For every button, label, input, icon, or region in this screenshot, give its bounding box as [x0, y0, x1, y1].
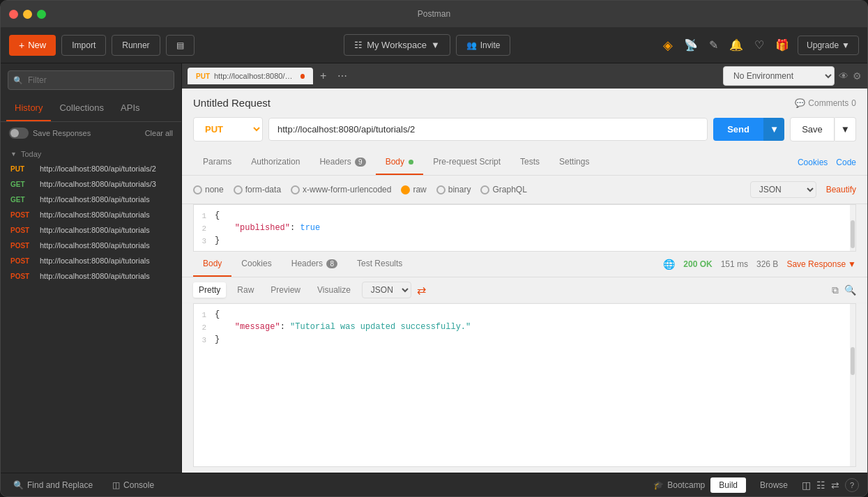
pencil-button[interactable]: ✎	[706, 36, 721, 54]
body-option-graphql[interactable]: GraphQL	[480, 185, 526, 194]
search-response-button[interactable]: 🔍	[844, 284, 856, 296]
response-tab-body[interactable]: Body	[193, 252, 231, 277]
build-button[interactable]: Build	[710, 477, 746, 493]
method-badge: POST	[10, 227, 34, 234]
console-button[interactable]: ◫ Console	[108, 477, 158, 493]
url-input[interactable]	[268, 118, 708, 141]
list-item[interactable]: GET http://localhost:8080/api/tutorials/…	[1, 176, 181, 192]
list-item[interactable]: GET http://localhost:8080/api/tutorials	[1, 192, 181, 207]
wrap-text-button[interactable]: ⇄	[417, 284, 426, 297]
body-option-binary[interactable]: binary	[436, 185, 471, 194]
active-request-tab[interactable]: PUT http://localhost:8080/api/tutor...	[188, 68, 313, 84]
environment-select[interactable]: No Environment	[723, 66, 835, 86]
upgrade-button[interactable]: Upgrade ▼	[798, 36, 859, 55]
copy-button[interactable]: ⧉	[832, 284, 839, 296]
maximize-button[interactable]	[37, 10, 46, 19]
bell-button[interactable]: 🔔	[726, 36, 746, 54]
save-responses-toggle[interactable]	[9, 128, 29, 139]
format-visualize-button[interactable]: Visualize	[312, 282, 356, 298]
history-group: ▼ Today PUT http://localhost:8080/api/tu…	[1, 144, 181, 286]
gift-button[interactable]: 🎁	[772, 36, 792, 54]
format-pretty-button[interactable]: Pretty	[193, 282, 226, 298]
help-button[interactable]: ?	[845, 478, 859, 492]
browse-button[interactable]: Browse	[752, 477, 796, 493]
radio-raw	[401, 185, 410, 194]
list-item[interactable]: POST http://localhost:8080/api/tutorials	[1, 253, 181, 268]
request-body-editor[interactable]: 1 { 2 "published": true 3 }	[193, 204, 856, 252]
beautify-button[interactable]: Beautify	[826, 185, 856, 194]
history-url: http://localhost:8080/api/tutorials	[40, 272, 150, 280]
env-preview-button[interactable]: 👁	[839, 70, 848, 82]
bottom-right: 🎓 Bootcamp Build Browse ◫ ☷ ⇄ ?	[653, 477, 859, 493]
list-item[interactable]: POST http://localhost:8080/api/tutorials	[1, 207, 181, 222]
tab-apis[interactable]: APIs	[112, 95, 148, 121]
response-tab-headers[interactable]: Headers 8	[282, 252, 347, 277]
close-button[interactable]	[9, 10, 18, 19]
layout-button-1[interactable]: ◫	[802, 480, 811, 491]
editor-scrollbar[interactable]	[850, 205, 855, 251]
tab-collections[interactable]: Collections	[51, 95, 112, 121]
send-dropdown-button[interactable]: ▼	[763, 118, 784, 141]
workspace-button[interactable]: ☷ My Workspace ▼	[344, 34, 450, 56]
scrollbar-thumb	[851, 347, 855, 375]
list-item[interactable]: POST http://localhost:8080/api/tutorials	[1, 238, 181, 253]
save-button[interactable]: Save	[790, 117, 835, 142]
tab-params[interactable]: Params	[193, 150, 241, 175]
comments-link[interactable]: 💬 Comments 0	[795, 98, 856, 108]
filter-input[interactable]	[8, 70, 174, 90]
more-tabs-button[interactable]: ⋯	[333, 69, 351, 83]
find-replace-button[interactable]: 🔍 Find and Replace	[9, 477, 97, 493]
method-badge: POST	[10, 242, 34, 250]
method-select[interactable]: PUT GET POST DELETE PATCH	[193, 117, 263, 142]
tab-prerequest[interactable]: Pre-request Script	[423, 150, 510, 175]
response-tab-cookies[interactable]: Cookies	[231, 252, 281, 277]
layout-button-2[interactable]: ☷	[816, 480, 825, 491]
workspace-label: My Workspace	[367, 40, 427, 50]
body-option-form-data[interactable]: form-data	[234, 185, 281, 194]
tab-body[interactable]: Body	[376, 150, 424, 175]
radio-urlencoded	[291, 185, 300, 194]
toggle-knob	[10, 129, 19, 137]
runner-button[interactable]: Runner	[112, 35, 160, 56]
clear-all-button[interactable]: Clear all	[145, 129, 173, 137]
list-item[interactable]: POST http://localhost:8080/api/tutorials	[1, 222, 181, 238]
code-link[interactable]: Code	[836, 158, 856, 167]
save-dropdown-button[interactable]: ▼	[835, 117, 856, 142]
tab-authorization[interactable]: Authorization	[241, 150, 310, 175]
list-item[interactable]: POST http://localhost:8080/api/tutorials	[1, 268, 181, 284]
new-button[interactable]: + New	[9, 35, 56, 56]
response-scrollbar[interactable]	[850, 304, 855, 466]
invite-button[interactable]: 👥 Invite	[456, 35, 511, 56]
grid-icon: ☷	[354, 40, 363, 50]
save-response-button[interactable]: Save Response ▼	[786, 259, 856, 269]
tab-history[interactable]: History	[6, 95, 51, 121]
layout-button-3[interactable]: ⇄	[831, 480, 839, 491]
request-title: Untitled Request	[193, 97, 271, 109]
comments-count: 0	[851, 98, 856, 108]
minimize-button[interactable]	[23, 10, 32, 19]
tab-settings[interactable]: Settings	[549, 150, 599, 175]
list-item[interactable]: PUT http://localhost:8080/api/tutorials/…	[1, 161, 181, 176]
response-format-select[interactable]: JSON	[362, 282, 411, 298]
heart-button[interactable]: ♡	[752, 36, 767, 54]
satellite-button[interactable]: 📡	[681, 36, 701, 54]
refresh-button[interactable]: ◈	[660, 35, 676, 56]
body-option-none[interactable]: none	[193, 185, 224, 194]
send-button[interactable]: Send	[713, 118, 763, 141]
format-preview-button[interactable]: Preview	[265, 282, 306, 298]
cookies-link[interactable]: Cookies	[798, 158, 828, 167]
add-tab-button[interactable]: +	[316, 68, 330, 84]
import-button[interactable]: Import	[61, 35, 106, 56]
tab-tests[interactable]: Tests	[510, 150, 549, 175]
sync-button[interactable]: ▤	[166, 35, 195, 56]
plus-icon: +	[19, 40, 24, 51]
env-settings-button[interactable]: ⚙	[853, 70, 862, 82]
bootcamp-button[interactable]: 🎓 Bootcamp	[653, 480, 705, 490]
sidebar-search: 🔍	[1, 63, 181, 95]
tab-headers[interactable]: Headers 9	[310, 150, 375, 175]
response-tab-test-results[interactable]: Test Results	[347, 252, 412, 277]
body-option-raw[interactable]: raw	[401, 185, 426, 194]
format-raw-button[interactable]: Raw	[231, 282, 259, 298]
body-option-urlencoded[interactable]: x-www-form-urlencoded	[291, 185, 391, 194]
body-format-select[interactable]: JSON Text JavaScript HTML XML	[750, 181, 816, 198]
